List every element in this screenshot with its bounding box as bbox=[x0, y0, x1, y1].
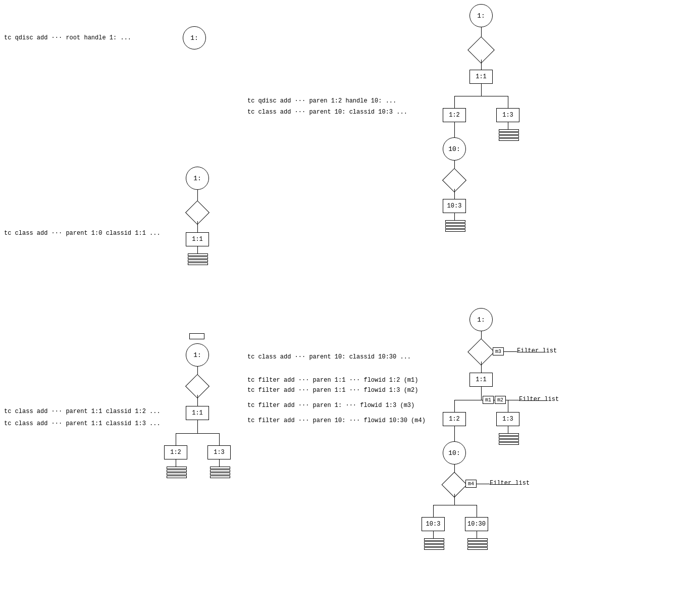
br-line13 bbox=[477, 531, 477, 538]
stack-bl-12 bbox=[167, 467, 187, 478]
br-rect-12: 1:2 bbox=[443, 412, 466, 426]
bl-rect-12: 1:2 bbox=[164, 445, 187, 459]
tr-rect-11: 1:1 bbox=[469, 70, 493, 84]
stack-tr-103 bbox=[445, 220, 465, 232]
stack-br-103 bbox=[424, 538, 444, 550]
tr-rect-103: 10:3 bbox=[443, 199, 466, 213]
circle-mid-1: 1: bbox=[186, 167, 209, 190]
stack-mid bbox=[188, 253, 208, 265]
bl-line5 bbox=[219, 433, 220, 445]
br-line10 bbox=[433, 505, 434, 517]
br-line12 bbox=[433, 531, 434, 538]
bl-rect-11: 1:1 bbox=[186, 406, 209, 420]
code-mid-left: tc class add ··· parent 1:0 classid 1:1 … bbox=[4, 230, 161, 237]
bl-hline bbox=[176, 433, 219, 434]
br-filter-label-m12: Filter list bbox=[519, 396, 559, 403]
br-line-m4 bbox=[477, 484, 490, 484]
code-bot-left-1: tc class add ··· parent 1:1 classid 1:2 … bbox=[4, 408, 161, 415]
tr-line5 bbox=[508, 96, 508, 108]
br-line5 bbox=[508, 400, 508, 412]
tr-rect-12: 1:2 bbox=[443, 108, 466, 122]
tr-line10 bbox=[454, 213, 455, 220]
br-rect-11: 1:1 bbox=[469, 373, 493, 387]
code-bot-mid-3: tc filter add ··· paren 1:1 ··· flowid 1… bbox=[247, 387, 418, 394]
bl-circle-1: 1: bbox=[186, 343, 209, 367]
br-circle-10: 10: bbox=[443, 441, 466, 465]
br-line4 bbox=[454, 400, 455, 412]
code-bot-left-2: tc class add ··· parent 1:1 classid 1:3 … bbox=[4, 420, 161, 427]
tr-circle-1: 1: bbox=[469, 4, 493, 27]
bl-rect-13: 1:3 bbox=[207, 445, 231, 459]
tr-line9 bbox=[454, 189, 455, 199]
code-top-mid-1: tc qdisc add ··· paren 1:2 handle 10: ..… bbox=[247, 97, 396, 105]
br-hline2 bbox=[433, 505, 477, 505]
bl-line6 bbox=[176, 459, 176, 467]
stack-br-1030 bbox=[467, 538, 488, 550]
stack-bl-13 bbox=[210, 467, 230, 478]
code-top-mid-2: tc class add ··· parent 10: classid 10:3… bbox=[247, 109, 407, 116]
tr-line4 bbox=[454, 96, 455, 108]
code-bot-mid-5: tc filter add ··· paren 10: ··· flowid 1… bbox=[247, 417, 426, 424]
br-line2 bbox=[481, 362, 482, 373]
bl-small-rect bbox=[189, 333, 204, 339]
tr-line2 bbox=[481, 60, 482, 70]
br-filter-label-m3: Filter list bbox=[517, 347, 557, 354]
br-rect-103: 10:3 bbox=[422, 517, 445, 531]
tr-line3 bbox=[481, 84, 482, 96]
code-bot-mid-1: tc class add ··· parent 10: classid 10:3… bbox=[247, 353, 411, 361]
stack-tr-13 bbox=[499, 129, 519, 141]
br-filter-line-m3 bbox=[517, 352, 545, 352]
br-line11 bbox=[477, 505, 477, 517]
br-line6 bbox=[508, 426, 508, 433]
tr-circle-10: 10: bbox=[443, 137, 466, 161]
br-rect-1030: 10:30 bbox=[465, 517, 488, 531]
br-line3 bbox=[481, 387, 482, 400]
br-filter-line-m4 bbox=[490, 484, 518, 485]
bl-line2 bbox=[197, 395, 198, 406]
tr-hline1 bbox=[454, 96, 508, 96]
tr-line6 bbox=[508, 122, 508, 129]
code-bot-mid-2: tc filter add ··· paren 1:1 ··· flowid 1… bbox=[247, 377, 418, 384]
br-m4-rect: m4 bbox=[465, 480, 477, 488]
br-circle-1: 1: bbox=[469, 308, 493, 331]
br-filter-line-m12 bbox=[519, 400, 547, 401]
tr-line7 bbox=[454, 122, 455, 137]
rect-mid-11: 1:1 bbox=[186, 232, 209, 246]
bl-line4 bbox=[176, 433, 176, 445]
br-line9 bbox=[454, 494, 455, 505]
line-m2 bbox=[197, 221, 198, 232]
circle-top-left: 1: bbox=[183, 26, 206, 49]
br-m3-rect: m3 bbox=[493, 347, 504, 355]
bl-line7 bbox=[219, 459, 220, 467]
stack-br-13 bbox=[499, 433, 519, 445]
code-bot-mid-4: tc filter add ··· paren 1: ··· flowid 1:… bbox=[247, 402, 414, 409]
tr-rect-13: 1:3 bbox=[496, 108, 519, 122]
br-m2-rect: m2 bbox=[495, 396, 506, 404]
br-rect-13: 1:3 bbox=[496, 412, 519, 426]
br-line7 bbox=[454, 426, 455, 441]
diagram-area: tc qdisc add ··· root handle 1: ... 1: t… bbox=[0, 0, 680, 616]
br-m1-rect: m1 bbox=[483, 396, 494, 404]
br-line-m3 bbox=[504, 351, 517, 352]
bl-line3 bbox=[197, 420, 198, 433]
br-filter-label-m4: Filter list bbox=[490, 480, 530, 487]
code-top-left: tc qdisc add ··· root handle 1: ... bbox=[4, 34, 131, 41]
line-m3 bbox=[197, 246, 198, 253]
